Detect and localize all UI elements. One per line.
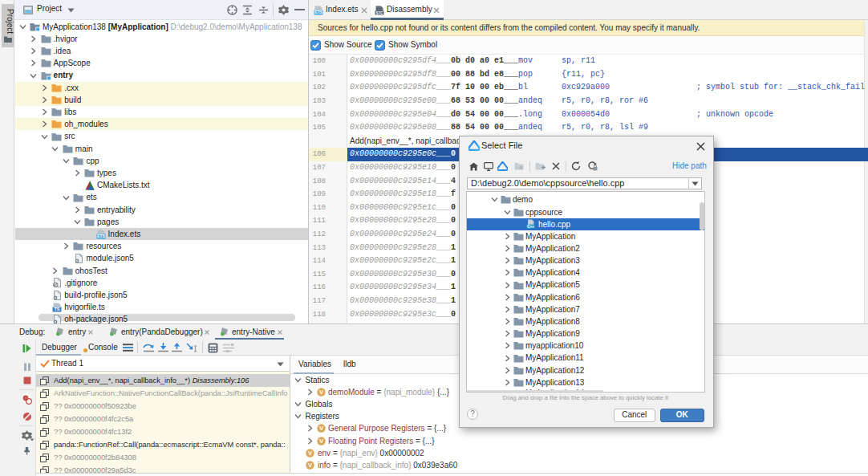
svg-text:V: V [318,389,322,396]
svg-text:V: V [318,425,322,433]
svg-text:TS: TS [55,307,60,311]
svg-text:ETS: ETS [314,10,322,14]
svg-text:V: V [318,437,322,445]
svg-text:V: V [308,450,312,457]
svg-text:ETS: ETS [97,234,105,238]
svg-text:V: V [308,462,312,469]
svg-text:STC: STC [376,11,384,15]
svg-text:C++: C++ [527,225,534,229]
